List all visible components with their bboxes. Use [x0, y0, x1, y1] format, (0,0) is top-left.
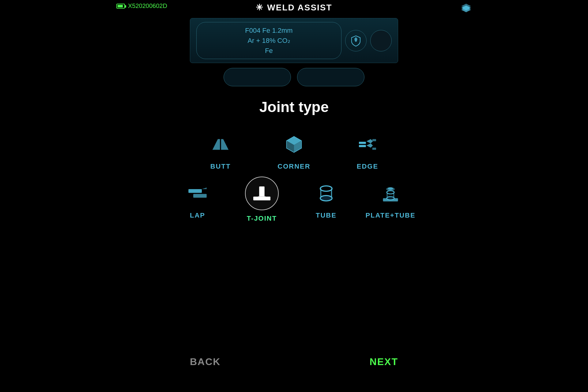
corner-icon	[283, 134, 305, 155]
joint-item-butt[interactable]: BUTT	[196, 131, 245, 170]
platetube-icon	[380, 183, 401, 204]
partial-buttons-row	[224, 68, 364, 86]
tjoint-label: T-JOINT	[247, 215, 277, 222]
svg-rect-10	[259, 186, 265, 196]
svg-rect-3	[359, 142, 366, 144]
joint-item-tube[interactable]: TUBE	[302, 180, 351, 219]
svg-point-13	[320, 186, 332, 192]
app-title: WELD ASSIST	[267, 3, 332, 13]
joint-grid-bottom: LAP T-JOINT	[173, 177, 415, 222]
edge-icon-wrap	[354, 131, 381, 158]
device-id-text: X520200602D	[128, 2, 167, 9]
wand-icon: ✳	[256, 2, 263, 13]
app-title-bar: ✳ WELD ASSIST	[256, 2, 332, 13]
joint-type-section: Joint type BUTT	[0, 99, 588, 222]
tube-icon	[315, 183, 337, 204]
svg-point-21	[387, 197, 394, 200]
svg-point-23	[388, 187, 393, 190]
butt-label: BUTT	[210, 162, 231, 170]
partial-button-right[interactable]	[297, 68, 364, 86]
platetube-icon-wrap	[377, 180, 404, 207]
joint-grid-top: BUTT CORNER	[196, 131, 392, 170]
joint-item-edge[interactable]: EDGE	[343, 131, 392, 170]
svg-point-18	[387, 191, 394, 194]
lap-icon	[187, 183, 208, 204]
partial-button-left[interactable]	[224, 68, 291, 86]
info-bar: F004 Fe 1.2mm Ar + 18% CO₂ Fe	[190, 18, 398, 63]
device-id: X520200602D	[116, 2, 167, 9]
weld-info-line2: Ar + 18% CO₂	[247, 37, 290, 44]
weld-info-text: F004 Fe 1.2mm Ar + 18% CO₂ Fe	[196, 22, 341, 59]
edge-icon	[357, 134, 378, 155]
lap-icon-wrap	[184, 180, 211, 207]
empty-circle-button[interactable]	[370, 30, 392, 51]
svg-rect-4	[359, 145, 366, 147]
tube-icon-wrap	[312, 180, 340, 207]
svg-rect-6	[372, 148, 376, 150]
joint-item-lap[interactable]: LAP	[173, 180, 222, 219]
bottom-buttons: BACK NEXT	[190, 356, 398, 368]
top-bar: X520200602D ✳ WELD ASSIST	[0, 0, 588, 15]
joint-item-tjoint[interactable]: T-JOINT	[237, 177, 286, 222]
svg-rect-5	[372, 139, 376, 141]
butt-icon	[210, 134, 231, 155]
platetube-label: PLATE+TUBE	[365, 211, 415, 219]
weld-info-line1: F004 Fe 1.2mm	[245, 27, 292, 34]
svg-rect-9	[253, 197, 270, 200]
svg-rect-12	[264, 196, 266, 197]
battery-icon	[116, 4, 125, 9]
back-button[interactable]: BACK	[190, 356, 221, 368]
lap-label: LAP	[190, 211, 205, 219]
svg-rect-11	[258, 196, 260, 197]
tjoint-icon-wrap	[245, 177, 279, 210]
tjoint-icon	[251, 183, 273, 204]
svg-rect-8	[193, 194, 207, 198]
weld-info-line3: Fe	[265, 47, 273, 54]
shield-icon-button[interactable]	[345, 30, 367, 51]
butt-icon-wrap	[207, 131, 234, 158]
layers-icon[interactable]	[461, 2, 472, 16]
next-button[interactable]: NEXT	[370, 356, 398, 368]
corner-icon-wrap	[280, 131, 308, 158]
svg-rect-7	[188, 189, 202, 193]
corner-label: CORNER	[277, 162, 310, 170]
svg-point-16	[320, 196, 332, 201]
tube-label: TUBE	[316, 211, 337, 219]
edge-label: EDGE	[357, 162, 378, 170]
joint-item-platetube[interactable]: PLATE+TUBE	[366, 180, 415, 219]
joint-item-corner[interactable]: CORNER	[270, 131, 318, 170]
joint-type-title: Joint type	[259, 99, 329, 115]
